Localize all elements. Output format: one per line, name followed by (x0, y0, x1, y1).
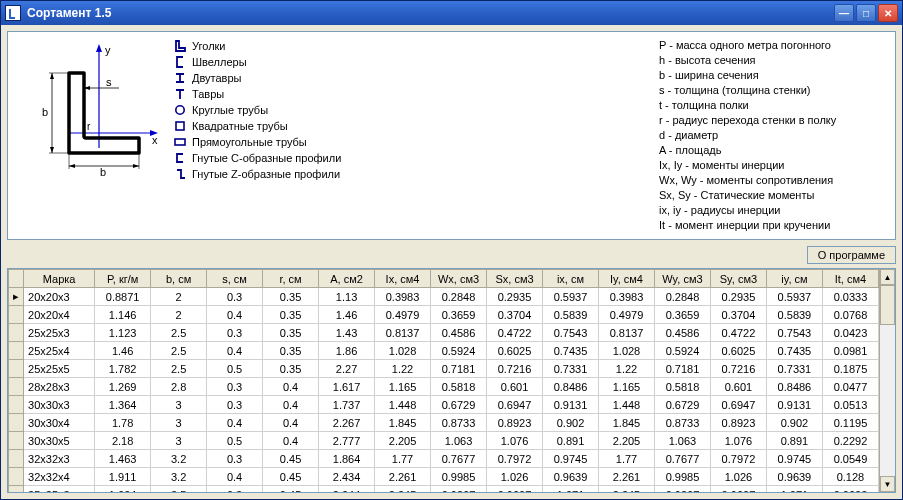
table-cell: 3 (151, 396, 207, 414)
table-row[interactable]: 30x30x52.1830.50.42.7772.2051.0631.0760.… (9, 432, 879, 450)
legend-line: r - радиус перехода стенки в полку (659, 113, 889, 128)
column-header[interactable]: Iy, см4 (598, 270, 654, 288)
profile-item-ibeams[interactable]: Двутавры (174, 70, 649, 86)
column-header[interactable]: It, см4 (822, 270, 878, 288)
section-diagram: y x b (14, 38, 164, 178)
about-button[interactable]: О программе (807, 246, 896, 264)
row-indicator (9, 468, 24, 486)
table-cell: 0.9607 (487, 486, 543, 493)
column-header[interactable]: P, кг/м (95, 270, 151, 288)
table-cell: 2.205 (375, 432, 431, 450)
scroll-up-arrow[interactable]: ▲ (880, 269, 895, 285)
column-header[interactable]: Wy, см3 (654, 270, 710, 288)
scroll-thumb[interactable] (880, 285, 895, 325)
profile-item-c-bent[interactable]: Гнутые C-образные профили (174, 150, 649, 166)
table-row[interactable]: 30x30x31.36430.30.41.7371.4480.67290.694… (9, 396, 879, 414)
profile-item-rect-tube[interactable]: Прямоугольные трубы (174, 134, 649, 150)
table-cell: 0.4722 (710, 324, 766, 342)
table-cell: 0.4979 (375, 306, 431, 324)
column-header[interactable]: Wx, см3 (431, 270, 487, 288)
table-row[interactable]: 25x25x41.462.50.40.351.861.0280.59240.60… (9, 342, 879, 360)
column-header[interactable]: A, см2 (319, 270, 375, 288)
table-cell: 0.6025 (487, 342, 543, 360)
column-header[interactable]: Ix, см4 (375, 270, 431, 288)
table-row[interactable]: 35x35x31.6043.50.30.452.0442.3450.92670.… (9, 486, 879, 493)
profile-item-angles[interactable]: Уголки (174, 38, 649, 54)
table-cell: 2 (151, 288, 207, 306)
table-cell: 30x30x3 (24, 396, 95, 414)
table-cell: 0.601 (487, 378, 543, 396)
table-cell: 0.7181 (431, 360, 487, 378)
table-cell: 1.46 (95, 342, 151, 360)
table-cell: 25x25x5 (24, 360, 95, 378)
table-row[interactable]: 25x25x51.7822.50.50.352.271.220.71810.72… (9, 360, 879, 378)
scroll-down-arrow[interactable]: ▼ (880, 476, 895, 492)
table-cell: 0.8137 (375, 324, 431, 342)
table-cell: 1.146 (95, 306, 151, 324)
about-row: О программе (7, 244, 896, 268)
table-cell: 0.3 (207, 324, 263, 342)
minimize-button[interactable]: — (834, 4, 854, 22)
column-header[interactable]: Sy, см3 (710, 270, 766, 288)
legend-line: d - диаметр (659, 128, 889, 143)
column-header[interactable]: b, см (151, 270, 207, 288)
table-cell: 0.7435 (543, 342, 599, 360)
row-indicator (9, 360, 24, 378)
table-cell: 0.891 (766, 432, 822, 450)
table-cell: 3.2 (151, 468, 207, 486)
table-cell: 0.1875 (822, 360, 878, 378)
close-button[interactable]: ✕ (878, 4, 898, 22)
column-header[interactable]: Sx, см3 (487, 270, 543, 288)
table-row[interactable]: 25x25x31.1232.50.30.351.430.81370.45860.… (9, 324, 879, 342)
table-cell: 2.27 (319, 360, 375, 378)
column-header[interactable]: Марка (24, 270, 95, 288)
scroll-track[interactable] (880, 285, 895, 476)
table-cell: 1.22 (598, 360, 654, 378)
table-row[interactable]: 32x32x41.9113.20.40.452.4342.2610.99851.… (9, 468, 879, 486)
column-header[interactable]: iy, см (766, 270, 822, 288)
grid-viewport[interactable]: МаркаP, кг/мb, смs, смr, смA, см2Ix, см4… (8, 269, 879, 492)
table-row[interactable]: 28x28x31.2692.80.30.41.6171.1650.58180.6… (9, 378, 879, 396)
profile-label: Прямоугольные трубы (192, 134, 307, 150)
table-cell: 0.5924 (431, 342, 487, 360)
table-cell: 0.9745 (766, 450, 822, 468)
table-cell: 0.4 (207, 306, 263, 324)
row-indicator (9, 486, 24, 493)
angle-icon (174, 40, 186, 52)
table-row[interactable]: 30x30x41.7830.40.42.2671.8450.87330.8923… (9, 414, 879, 432)
table-row[interactable]: ▸20x20x30.887120.30.351.130.39830.28480.… (9, 288, 879, 306)
table-cell: 1.845 (598, 414, 654, 432)
column-header[interactable]: ix, см (543, 270, 599, 288)
table-cell: 30x30x4 (24, 414, 95, 432)
column-header[interactable]: s, см (207, 270, 263, 288)
table-row[interactable]: 32x32x31.4633.20.30.451.8641.770.76770.7… (9, 450, 879, 468)
profile-item-square-tube[interactable]: Квадратные трубы (174, 118, 649, 134)
profile-item-z-bent[interactable]: Гнутые Z-образные профили (174, 166, 649, 182)
table-cell: 1.617 (319, 378, 375, 396)
table-cell: 1.269 (95, 378, 151, 396)
vertical-scrollbar[interactable]: ▲ ▼ (879, 269, 895, 492)
table-cell: 1.364 (95, 396, 151, 414)
profile-item-tee[interactable]: Тавры (174, 86, 649, 102)
table-row[interactable]: 20x20x41.14620.40.351.460.49790.36590.37… (9, 306, 879, 324)
table-cell: 3 (151, 432, 207, 450)
profile-item-round-tube[interactable]: Круглые трубы (174, 102, 649, 118)
column-header[interactable]: r, см (263, 270, 319, 288)
table-cell: 1.463 (95, 450, 151, 468)
profile-item-channels[interactable]: Швеллеры (174, 54, 649, 70)
profile-label: Круглые трубы (192, 102, 268, 118)
table-cell: 0.8923 (710, 414, 766, 432)
svg-marker-7 (50, 73, 54, 79)
table-cell: 1.845 (375, 414, 431, 432)
table-cell: 0.5 (207, 432, 263, 450)
ibeam-icon (174, 72, 186, 84)
table-cell: 0.5937 (543, 288, 599, 306)
table-cell: 2.345 (598, 486, 654, 493)
data-grid: МаркаP, кг/мb, смs, смr, смA, см2Ix, см4… (7, 268, 896, 493)
table-cell: 1.911 (95, 468, 151, 486)
maximize-button[interactable]: □ (856, 4, 876, 22)
table-cell: 0.4 (263, 396, 319, 414)
profile-label: Гнутые C-образные профили (192, 150, 341, 166)
table-cell: 0.4 (207, 414, 263, 432)
app-icon (5, 5, 21, 21)
